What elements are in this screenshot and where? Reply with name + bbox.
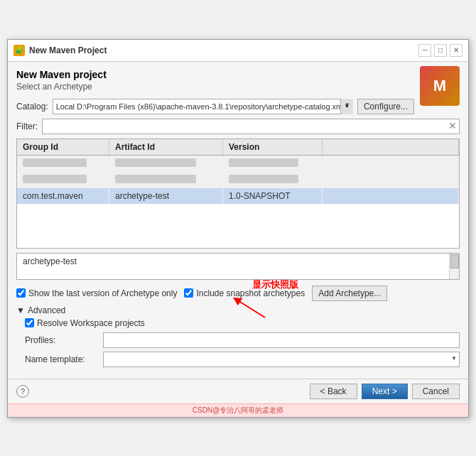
titlebar: 🧩 New Maven Project ─ □ ✕	[8, 40, 468, 62]
back-button[interactable]: < Back	[310, 384, 357, 399]
show-last-version-label: Show the last version of Archetype only	[28, 288, 177, 298]
resolve-workspace-row: Resolve Workspace projects	[25, 318, 460, 328]
add-archetype-button[interactable]: Add Archetype...	[312, 286, 387, 301]
cell-version: 1.0-SNAPSHOT	[223, 188, 323, 204]
filter-label: Filter:	[16, 121, 38, 131]
filter-row: Filter: ✕	[16, 119, 460, 134]
table-body: com.test.maven archetype-test 1.0-SNAPSH…	[17, 156, 459, 248]
cell-group-blurred-2	[17, 172, 109, 188]
maven-logo: M	[420, 66, 460, 106]
header-section: M New Maven project Select an Archetype	[16, 69, 460, 92]
dialog-content: M New Maven project Select an Archetype …	[8, 62, 468, 379]
help-button[interactable]: ?	[16, 385, 29, 398]
watermark: CSDN@专治八阿哥的孟老师	[8, 403, 468, 417]
show-last-version-checkbox-label[interactable]: Show the last version of Archetype only	[16, 288, 177, 298]
bottom-bar: ? < Back Next > Cancel	[8, 379, 468, 403]
bottom-right-buttons: < Back Next > Cancel	[310, 384, 460, 399]
window-title: New Maven Project	[29, 45, 107, 55]
app-icon: 🧩	[13, 45, 25, 56]
advanced-section: ▼ Advanced Resolve Workspace projects Pr…	[16, 305, 460, 367]
col-group-id: Group Id	[17, 139, 109, 155]
cell-artifact-blurred-2	[109, 172, 223, 188]
dialog-subtitle: Select an Archetype	[16, 82, 460, 92]
options-row: Show the last version of Archetype only …	[16, 286, 460, 301]
titlebar-left: 🧩 New Maven Project	[13, 45, 107, 56]
name-template-label: Name template:	[25, 354, 103, 364]
advanced-toggle[interactable]: ▼ Advanced	[16, 305, 460, 315]
close-button[interactable]: ✕	[450, 44, 463, 57]
maximize-button[interactable]: □	[434, 44, 447, 57]
advanced-label: Advanced	[28, 305, 65, 315]
archetype-scrollbar[interactable]	[449, 254, 459, 279]
archetype-display: archetype-test	[16, 253, 460, 280]
archetype-display-text: archetype-test	[23, 256, 77, 266]
resolve-workspace-label: Resolve Workspace projects	[37, 318, 145, 328]
profiles-label: Profiles:	[25, 335, 103, 345]
catalog-select[interactable]: Local D:\Program Files (x86)\apache-mave…	[53, 99, 348, 114]
profiles-input[interactable]	[103, 332, 460, 348]
cancel-button[interactable]: Cancel	[412, 384, 460, 399]
profiles-row: Profiles:	[25, 332, 460, 348]
filter-input[interactable]	[42, 119, 460, 134]
filter-clear-icon[interactable]: ✕	[448, 121, 457, 131]
table-header: Group Id Artifact Id Version	[17, 139, 459, 156]
next-button[interactable]: Next >	[362, 384, 408, 399]
name-template-row: Name template:	[25, 352, 460, 367]
cell-version-blurred-2	[223, 172, 323, 188]
cell-extra-blurred-2	[323, 172, 459, 188]
configure-button[interactable]: Configure...	[357, 99, 414, 114]
advanced-toggle-arrow: ▼	[16, 305, 25, 315]
name-template-select-wrapper	[103, 352, 460, 367]
include-snapshot-label: Include snapshot archetypes	[196, 288, 305, 298]
name-template-select[interactable]	[103, 352, 460, 367]
cell-artifact-blurred-1	[109, 156, 223, 172]
cell-group-id: com.test.maven	[17, 188, 109, 204]
advanced-content: Resolve Workspace projects Profiles: Nam…	[16, 318, 460, 367]
col-artifact-id: Artifact Id	[109, 139, 223, 155]
resolve-workspace-checkbox-label[interactable]: Resolve Workspace projects	[25, 318, 460, 328]
scrollbar-thumb	[450, 254, 459, 268]
titlebar-controls: ─ □ ✕	[418, 44, 463, 57]
archetype-table: Group Id Artifact Id Version	[16, 139, 460, 249]
table-row[interactable]	[17, 172, 459, 188]
cell-extra-blurred-1	[323, 156, 459, 172]
resolve-workspace-checkbox[interactable]	[25, 318, 34, 327]
col-extra	[323, 139, 459, 155]
cell-artifact-id: archetype-test	[109, 188, 223, 204]
col-version: Version	[223, 139, 323, 155]
maven-logo-letter: M	[433, 77, 446, 95]
include-snapshot-checkbox-label[interactable]: Include snapshot archetypes	[184, 288, 305, 298]
options-section: Show the last version of Archetype only …	[16, 286, 460, 301]
minimize-button[interactable]: ─	[418, 44, 431, 57]
filter-input-wrapper: ✕	[42, 119, 460, 134]
cell-version-blurred-1	[223, 156, 323, 172]
catalog-row: Catalog: Local D:\Program Files (x86)\ap…	[16, 99, 414, 114]
catalog-select-wrapper: Local D:\Program Files (x86)\apache-mave…	[53, 99, 353, 114]
app-icon-letter: 🧩	[15, 46, 23, 54]
main-window: 🧩 New Maven Project ─ □ ✕ M New Maven pr…	[7, 39, 469, 418]
table-row[interactable]	[17, 156, 459, 172]
catalog-label: Catalog:	[16, 102, 48, 112]
cell-extra-selected	[323, 188, 459, 204]
dialog-title: New Maven project	[16, 69, 460, 80]
include-snapshot-checkbox[interactable]	[184, 288, 193, 298]
table-row-selected[interactable]: com.test.maven archetype-test 1.0-SNAPSH…	[17, 188, 459, 204]
cell-group-blurred-1	[17, 156, 109, 172]
show-last-version-checkbox[interactable]	[16, 288, 26, 298]
